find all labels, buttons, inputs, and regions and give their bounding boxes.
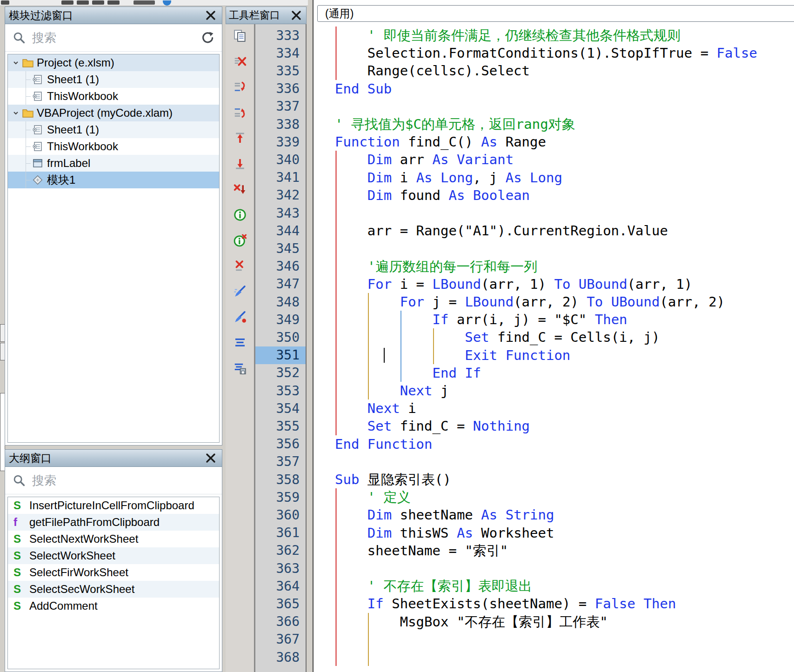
code-line-361[interactable]: Dim thisWS As Worksheet	[314, 524, 554, 542]
outline-item-5[interactable]: SSelectSecWorkSheet	[8, 581, 219, 598]
code-line-363[interactable]	[314, 559, 335, 577]
gutter-line-number[interactable]: 360	[255, 506, 306, 524]
code-line-342[interactable]: Dim found As Boolean	[314, 186, 530, 204]
code-line-355[interactable]: Set find_C = Nothing	[314, 417, 530, 435]
code-line-338[interactable]: ' 寻找值为$C的单元格，返回rang对象	[314, 115, 575, 133]
delete-line-icon[interactable]	[232, 258, 248, 274]
tree-item-2[interactable]: ThisWorkbook	[8, 88, 219, 105]
outline-item-3[interactable]: SSelectWorkSheet	[8, 547, 219, 564]
tree-item-3[interactable]: VBAProject (myCode.xlam)	[8, 105, 219, 121]
outline-item-0[interactable]: SInsertPictureInCellFromClipboard	[8, 497, 219, 514]
close-button[interactable]	[201, 451, 220, 466]
gutter-line-number[interactable]: 342	[255, 186, 306, 204]
gutter-line-number[interactable]: 365	[255, 595, 306, 612]
code-line-362[interactable]: sheetName = "索引"	[314, 542, 508, 559]
gutter-line-number[interactable]: 359	[255, 488, 306, 506]
gutter-line-number[interactable]: 352	[255, 364, 306, 382]
tree-item-7[interactable]: 模块1	[8, 172, 219, 188]
gutter-line-number[interactable]: 348	[255, 293, 306, 311]
code-line-358[interactable]: Sub 显隐索引表()	[314, 471, 451, 488]
tree-item-1[interactable]: Sheet1 (1)	[8, 71, 219, 88]
gutter-line-number[interactable]: 346	[255, 258, 306, 275]
clean-brush-icon[interactable]	[232, 284, 248, 299]
gutter-line-number[interactable]: 361	[255, 524, 306, 542]
code-line-345[interactable]	[314, 240, 335, 257]
clean-brush-alert-icon[interactable]	[232, 309, 248, 325]
code-line-349[interactable]: If arr(i, j) = "$C" Then	[314, 311, 627, 328]
gutter-line-number[interactable]: 354	[255, 399, 306, 417]
tree-item-6[interactable]: frmLabel	[8, 155, 219, 172]
gutter-line-number[interactable]: 368	[255, 648, 306, 666]
code-line-341[interactable]: Dim i As Long, j As Long	[314, 169, 562, 186]
delete-arrow-down-icon[interactable]	[232, 181, 248, 197]
gutter-line-number[interactable]: 347	[255, 275, 306, 293]
gutter-line-number[interactable]: 351	[255, 346, 306, 364]
gutter-line-number[interactable]: 341	[255, 169, 306, 186]
refresh-button[interactable]	[200, 31, 214, 45]
delete-x-icon[interactable]	[232, 53, 248, 69]
close-button[interactable]	[201, 8, 220, 23]
close-button[interactable]	[288, 8, 304, 23]
gutter-line-number[interactable]: 343	[255, 204, 306, 222]
search-input[interactable]	[31, 473, 214, 488]
code-line-353[interactable]: Next j	[314, 382, 448, 399]
lines-move-down-icon[interactable]	[232, 79, 248, 95]
lines-move-up-icon[interactable]	[232, 105, 248, 120]
code-line-346[interactable]: '遍历数组的每一行和每一列	[314, 258, 537, 275]
code-line-336[interactable]: End Sub	[314, 80, 392, 98]
code-line-366[interactable]: MsgBox "不存在【索引】工作表"	[314, 613, 608, 631]
gutter-line-number[interactable]: 349	[255, 311, 306, 328]
code-line-337[interactable]	[314, 98, 335, 115]
tree-item-0[interactable]: Project (e.xlsm)	[8, 54, 219, 71]
code-area[interactable]: ' 即使当前条件满足，仍继续检查其他条件格式规则 Selection.Forma…	[314, 0, 794, 672]
code-line-351[interactable]: Exit Function	[314, 346, 570, 364]
code-line-354[interactable]: Next i	[314, 399, 416, 417]
arrow-down-icon[interactable]	[232, 156, 248, 172]
code-line-340[interactable]: Dim arr As Variant	[314, 151, 514, 168]
gutter-line-number[interactable]: 338	[255, 115, 306, 133]
gutter-line-number[interactable]: 353	[255, 382, 306, 399]
code-line-347[interactable]: For i = LBound(arr, 1) To UBound(arr, 1)	[314, 275, 692, 293]
align-lines-save-icon[interactable]	[232, 360, 248, 376]
gutter-line-number[interactable]: 363	[255, 559, 306, 577]
code-line-365[interactable]: If SheetExists(sheetName) = False Then	[314, 595, 676, 612]
gutter-line-number[interactable]: 350	[255, 328, 306, 346]
code-line-334[interactable]: Selection.FormatConditions(1).StopIfTrue…	[314, 44, 757, 62]
code-line-352[interactable]: End If	[314, 364, 481, 382]
gutter-line-number[interactable]: 339	[255, 133, 306, 151]
gutter-line-number[interactable]: 357	[255, 453, 306, 471]
gutter-line-number[interactable]: 336	[255, 80, 306, 98]
code-line-344[interactable]: arr = Range("A1").CurrentRegion.Value	[314, 222, 668, 240]
gutter-line-number[interactable]: 367	[255, 631, 306, 648]
gutter-line-number[interactable]: 364	[255, 577, 306, 595]
copy-icon[interactable]	[232, 28, 248, 44]
code-line-348[interactable]: For j = LBound(arr, 2) To UBound(arr, 2)	[314, 293, 725, 311]
outline-item-1[interactable]: fgetFilePathFromClipboard	[8, 514, 219, 531]
outline-item-6[interactable]: SAddComment	[8, 598, 219, 614]
code-line-359[interactable]: ' 定义	[314, 488, 411, 506]
tree-item-4[interactable]: Sheet1 (1)	[8, 121, 219, 138]
gutter-line-number[interactable]: 333	[255, 27, 306, 44]
outline-item-4[interactable]: SSelectFirWorkSheet	[8, 564, 219, 581]
code-line-335[interactable]: Range(cellsc).Select	[314, 62, 530, 80]
code-line-356[interactable]: End Function	[314, 435, 433, 453]
gutter-line-number[interactable]: 344	[255, 222, 306, 240]
gutter-line-number[interactable]: 366	[255, 613, 306, 631]
gutter-line-number[interactable]: 356	[255, 435, 306, 453]
gutter-line-number[interactable]: 340	[255, 151, 306, 168]
search-input[interactable]	[31, 30, 195, 46]
tree-item-5[interactable]: ThisWorkbook	[8, 138, 219, 155]
gutter-line-number[interactable]: 337	[255, 98, 306, 115]
gutter-line-number[interactable]: 345	[255, 240, 306, 257]
outline-item-2[interactable]: SSelectNextWorkSheet	[8, 531, 219, 547]
arrow-up-icon[interactable]	[232, 130, 248, 146]
code-line-343[interactable]	[314, 204, 335, 222]
code-line-360[interactable]: Dim sheetName As String	[314, 506, 554, 524]
info-circle-icon[interactable]	[232, 207, 248, 223]
info-circle-delete-icon[interactable]	[232, 233, 248, 248]
gutter-line-number[interactable]: 362	[255, 542, 306, 559]
align-lines-icon[interactable]	[232, 335, 248, 351]
code-line-364[interactable]: ' 不存在【索引】表即退出	[314, 577, 532, 595]
code-line-333[interactable]: ' 即使当前条件满足，仍继续检查其他条件格式规则	[314, 27, 681, 44]
code-line-350[interactable]: Set find_C = Cells(i, j)	[314, 328, 660, 346]
